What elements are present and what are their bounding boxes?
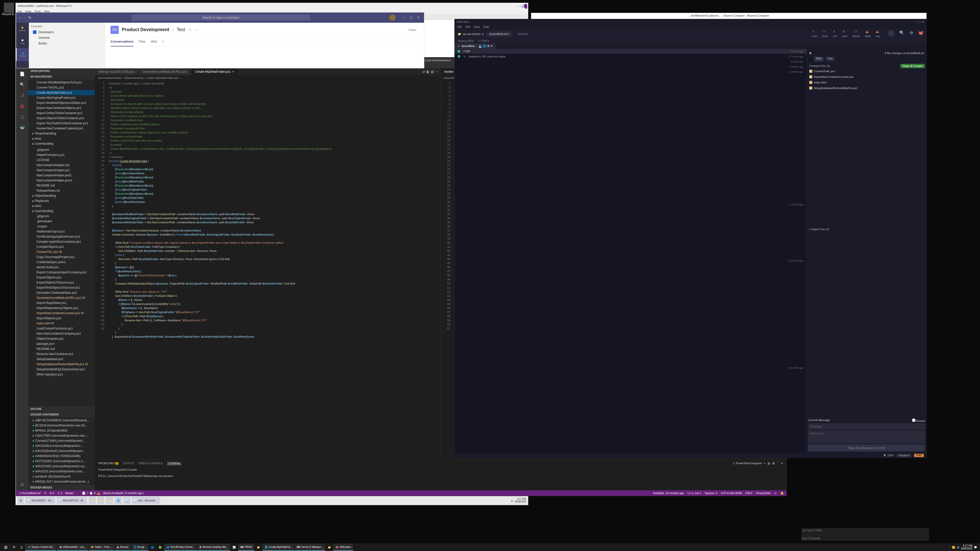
gk-repo-tabs[interactable]: ✓ AzureBlob... 💻 🌐 ⚙ ✕ [455,43,926,49]
tab-terminal[interactable]: TERMINAL [167,462,181,465]
tree-item[interactable]: Import-RapidStart.ps1 [28,300,95,305]
tree-item[interactable]: Import-ObjectsToNavContainer.ps1 [28,116,95,121]
code-content[interactable]: freddydk, 2 months ago | 1 author (fredd… [107,80,440,460]
clock[interactable]: 9:27 PM 8/30/2018 [961,545,973,550]
tree-item[interactable]: CredentialSpec.psm1 [28,260,95,265]
encoding[interactable]: UTF-8 with BOM [721,492,741,495]
file-item[interactable]: index.html [808,79,925,85]
blame[interactable]: Blame freddydk ( 9 months ago ) [103,492,144,495]
undo-button[interactable]: ↶Undo [812,30,818,38]
container-item[interactable]: ●NAV2016nAw20 (microsoft/dynami... [28,448,95,454]
system-tray[interactable]: ˄ 📶 🔊 9:27 PM 8/30/2018 💬 [949,545,979,550]
tab-wiki[interactable]: Wiki [151,37,157,46]
eol[interactable]: CRLF [745,492,752,495]
file-item[interactable]: SetupDatabaseRestoreBakFile.ps1 [808,85,925,91]
inner-task[interactable]: 📁 [106,497,113,504]
tree-item[interactable]: ObjectCompare.ps1 [28,336,95,341]
tree-item[interactable]: package.json [28,341,95,346]
new-terminal-icon[interactable]: + [764,462,765,465]
task-view-icon[interactable]: ◫ [18,544,25,551]
language[interactable]: PowerShell [756,492,770,495]
tab-files[interactable]: Files [138,37,145,46]
tree-item[interactable]: New-NavContainerCompany.ps1 [28,331,95,336]
mremote-inner-taskbar[interactable]: ⊞ 📊NAV100DEV - Mi... 📊NAV100TEST - M... … [16,496,528,505]
rail-activity[interactable]: 🔔Activity [16,23,29,35]
file-item[interactable]: ImportNavContainerLicense.ps1 [808,74,925,79]
mremote-titlebar[interactable]: mRemoteNG - confCons.xml - WindowsT-3 — … [16,3,528,9]
feedback-button[interactable]: Feedback [896,454,912,457]
new-chat-icon[interactable]: ✎ [28,15,32,20]
task-item[interactable]: 📁 [255,544,262,551]
wip-row[interactable]: // WIP 3 hours ago [455,49,807,54]
profile-icon[interactable] [888,30,894,37]
redo-button[interactable]: ↷Redo [822,30,828,38]
container-item[interactable]: ●BPINAL (b7bacdb2d63) [28,428,95,433]
branch-selector[interactable]: AzureBlobList ▾ [487,32,512,37]
tree-item[interactable]: Remove-NavContainer.ps1 [28,351,95,357]
inner-task[interactable]: 📊NAV100DEV - Mi... [25,497,55,504]
task-item[interactable]: 📊 [231,544,238,551]
search-icon[interactable]: 🔍 [899,30,904,38]
editor-tabs-left[interactable]: settings-local(30.2018).ps1 GenerateAzur… [95,68,440,75]
fav-general[interactable]: General [31,35,103,41]
tree-item[interactable]: NavContainerHelper.psm1 [28,178,95,183]
tree-item[interactable]: Create-MyOriginalFolder.ps1 [28,95,95,100]
gk-menubar[interactable]: File Edit View Help [455,24,926,29]
tree-item[interactable]: ExportObjects.ps1 [28,275,95,280]
container-item[interactable]: ●BC2018 (microsoft/dynamics-nav:20... [28,423,95,428]
tree-folder[interactable]: ▸ ObjectHandling [28,193,95,198]
inner-task[interactable]: 📊 [123,497,130,504]
tree-folder[interactable]: ▸ Playbooks [28,198,95,203]
push-button[interactable]: ⬆Push [842,30,848,38]
tree-item[interactable]: Export-CompanyImportCompany.ps1 [28,270,95,275]
container-item[interactable]: ●Connect(TXMA) (microsoft/dynami... [28,438,95,443]
tree-item[interactable]: .gitignore [28,147,95,152]
tree-item[interactable]: .gitignore [28,214,95,219]
task-item[interactable]: 👥 Test [Product Devel... [164,544,197,551]
terminal-prompt[interactable]: PS D:\_Source\VSO\ArcherPointGIT\Master\… [98,475,783,478]
split-icon[interactable]: ▥ [431,70,434,73]
fav-developers[interactable]: Developers [31,29,103,35]
task-item[interactable]: 📁 [326,544,333,551]
back-icon[interactable]: ‹ [19,15,21,20]
inner-task[interactable]: 📁 [89,497,96,504]
container-item[interactable]: ●NAV2016nA (microsoft/dynamics-... [28,443,95,448]
tree-item[interactable]: ImportDependencyObjects.ps1 [28,305,95,311]
task-item[interactable]: 🖥 mRemoteNG - con... [57,544,88,551]
commit-row[interactable]: ✎ Updates to URL input and output 12 hou… [455,54,807,59]
bell-icon[interactable]: 🔔 [780,492,784,495]
docker-images-header[interactable]: DOCKER IMAGES [28,485,95,490]
cursor-pos[interactable]: Ln 1, Col 1 [687,492,701,495]
outline-header[interactable]: OUTLINE [28,406,95,412]
path-tab[interactable]: Path [814,57,824,62]
trash-icon[interactable]: 🗑 [772,462,775,465]
tree-item[interactable]: Copy-SourceappProject.ps1 [28,254,95,260]
tree-item[interactable]: Generate-CredentialSpec.ps1 [28,290,95,295]
warnings[interactable]: ⚠ 3 [57,492,62,495]
repo-tab[interactable]: ✓ AzureBlob... 💻 🌐 ⚙ ✕ [455,43,496,49]
task-item[interactable]: ⌨ PROD [238,544,254,551]
user-avatar[interactable] [389,14,395,21]
tab-debug[interactable]: DEBUG CONSOLE [138,462,163,465]
stash-button[interactable]: 📥Stash [865,30,871,38]
chevron-up-icon[interactable]: ˄ [777,462,779,465]
gk-window-controls[interactable]: — ▢ ✕ [915,20,924,24]
container-item[interactable]: ●NAV2015 (microsoft/dynamics-nav:... [28,469,95,474]
docker-icon[interactable]: 🐳 [19,124,25,130]
feedback-icon[interactable]: ☺ [774,492,777,495]
tree-item[interactable]: SetupDatabaseRestoreBakFile.ps1 M [28,362,95,367]
tree-item[interactable]: Create-MyDeltaFolder.ps1 [28,90,95,95]
tree-item[interactable]: SetupDatabase.ps1 [28,357,95,362]
notifications-icon[interactable]: 💬 [974,546,977,549]
tree-item[interactable]: ImportObjects.ps1 [28,316,95,321]
tab-output[interactable]: OUTPUT [123,462,134,465]
sync-icon[interactable]: ↻ [44,492,46,495]
terminal-dropdown[interactable]: 1: PowerShell Integrate [733,462,762,465]
tab-problems[interactable]: PROBLEMS3 [98,462,119,465]
extensions-icon[interactable]: ◫ [19,114,25,120]
open-editors-header[interactable]: OPEN EDITORS [28,68,95,74]
branch-indicator[interactable]: ⎇ AzureBlobList* [19,492,41,495]
tree-folder[interactable]: ▸ UserHandling [28,208,95,214]
compare-icon[interactable]: ⇄ [423,70,425,73]
volume-icon[interactable]: 🔊 [956,546,959,549]
